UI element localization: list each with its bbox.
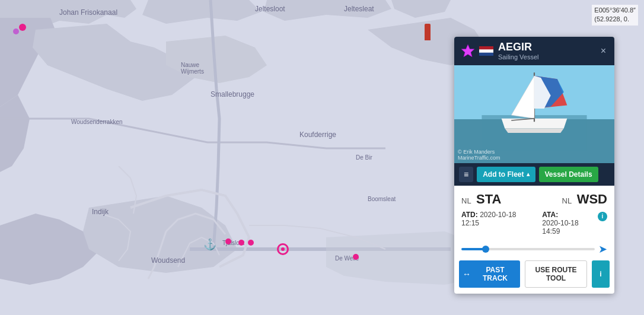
atd-label: ATD: <box>461 211 478 219</box>
svg-rect-3 <box>479 46 493 49</box>
atd-ata-section: ATD: 2020-10-18 12:15 ATA: 2020-10-18 14… <box>454 211 614 240</box>
track-slider[interactable] <box>461 248 595 250</box>
marker-red-pin[interactable] <box>425 24 431 40</box>
route-info: NL STA NL WSD <box>454 186 614 211</box>
track-arrow-end: ➤ <box>598 243 607 256</box>
use-route-tool-button[interactable]: USE ROUTE TOOL <box>525 260 587 288</box>
marker-pink-woudsend[interactable] <box>225 238 231 244</box>
panel-toolbar: ≡ Add to Fleet ▴ Vessel Details <box>454 163 614 186</box>
panel-title-block: AEGIR Sailing Vessel <box>498 42 598 61</box>
past-track-button[interactable]: ↔ PAST TRACK <box>459 260 520 288</box>
close-button[interactable]: × <box>598 46 608 56</box>
arrival-port: WSD <box>577 192 607 206</box>
map-container: E005°36′40.8″ (52.9228, 0. Jeltesloot Je… <box>0 0 644 315</box>
target-circle-marker[interactable] <box>277 243 289 255</box>
marker-pink-woudsend2[interactable] <box>238 240 244 246</box>
add-fleet-arrow: ▴ <box>527 171 530 177</box>
photo-credit: © Erik MandersMarineTraffic.com <box>458 149 500 161</box>
track-slider-row: ➤ <box>454 240 614 260</box>
bottom-buttons: ↔ PAST TRACK USE ROUTE TOOL i <box>454 260 614 294</box>
departure-country: NL <box>461 196 471 205</box>
vessel-image: © Erik MandersMarineTraffic.com <box>454 65 614 163</box>
vessel-name: AEGIR <box>498 42 598 53</box>
arrival-country: NL <box>562 196 572 205</box>
marker-purple-top[interactable] <box>13 28 19 34</box>
ata-label: ATA: <box>542 211 558 219</box>
ata-block: ATA: 2020-10-18 14:59 i <box>542 211 607 236</box>
arrival-info: NL WSD <box>562 192 607 207</box>
past-track-label: PAST TRACK <box>474 266 517 282</box>
coord-display: E005°36′40.8″ (52.9228, 0. <box>592 5 638 26</box>
vessel-info-panel: AEGIR Sailing Vessel × <box>454 37 614 294</box>
svg-rect-4 <box>479 53 493 56</box>
ata-info-icon[interactable]: i <box>598 212 607 221</box>
ata-value: 2020-10-18 14:59 <box>542 219 595 236</box>
marker-pink-top[interactable] <box>19 24 26 31</box>
menu-button[interactable]: ≡ <box>459 167 473 182</box>
anchor-marker[interactable]: ⚓ <box>203 238 216 251</box>
vessel-details-button[interactable]: Vessel Details <box>539 167 598 182</box>
vessel-flag <box>479 46 493 56</box>
add-fleet-label: Add to Fleet <box>483 170 524 179</box>
panel-header: AEGIR Sailing Vessel × <box>454 37 614 65</box>
marker-pink-right[interactable] <box>353 254 359 260</box>
vessel-type: Sailing Vessel <box>498 53 598 61</box>
departure-info: NL STA <box>461 192 501 207</box>
route-info-button[interactable]: i <box>592 260 610 288</box>
marker-pink-woudsend3[interactable] <box>248 240 254 246</box>
past-track-icon: ↔ <box>463 269 471 279</box>
vessel-type-icon <box>460 43 476 59</box>
departure-port: STA <box>476 192 501 206</box>
atd-block: ATD: 2020-10-18 12:15 <box>461 211 533 236</box>
svg-marker-1 <box>461 44 474 57</box>
add-to-fleet-button[interactable]: Add to Fleet ▴ <box>477 167 535 182</box>
track-slider-thumb[interactable] <box>482 246 489 253</box>
